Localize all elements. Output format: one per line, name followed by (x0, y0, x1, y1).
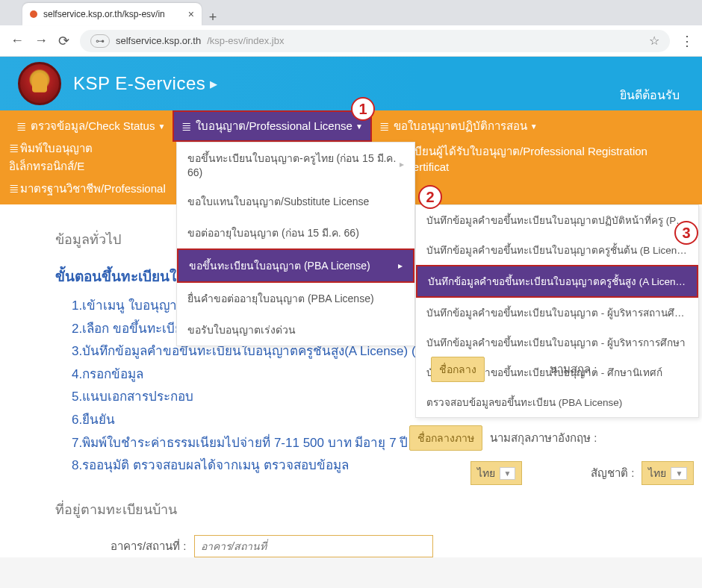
nav-registration-certificate[interactable]: ะเบียนผู้ได้รับใบอนุญาต/Professional Reg… (405, 143, 693, 173)
flyout-item[interactable]: บันทึกข้อมูลคำขอขึ้นทะเบียนใบอนุญาต - ผู… (416, 328, 698, 357)
menu-icon[interactable]: ⋮ (680, 33, 692, 49)
browser-tab-strip: selfservice.ksp.or.th/ksp-esv/in × + (0, 0, 702, 25)
caret-down-icon: ▼ (500, 467, 516, 480)
url-host: selfservice.ksp.or.th (116, 35, 201, 46)
list-icon (16, 119, 28, 134)
caret-down-icon: ▼ (530, 122, 538, 131)
flyout-item-a-license[interactable]: บันทึกข้อมูลคำขอขึ้นทะเบียนใบอนุญาตครูชั… (416, 265, 698, 298)
dropdown-item[interactable]: ขอขึ้นทะเบียนใบอนุญาต-ครูไทย (ก่อน 15 มี… (177, 143, 414, 186)
reload-icon[interactable]: ⟳ (58, 33, 69, 49)
chevron-right-icon: ▸ (398, 260, 403, 271)
back-icon[interactable]: ← (10, 33, 24, 49)
nav-print-elicense[interactable]: พิมพ์ใบอนุญาตอิเล็กทรอนิกส์/E (9, 140, 167, 175)
favicon (30, 10, 37, 18)
dropdown-item-pba-register[interactable]: ขอขึ้นทะเบียนใบอนุญาต (PBA License)▸ (177, 248, 414, 283)
flyout-item[interactable]: บันทึกข้อมูลคำขอขึ้นทะเบียนใบอนุญาตปฏิบั… (416, 205, 698, 235)
bookmark-icon[interactable]: ☆ (649, 34, 659, 48)
address-bar[interactable]: ⊶ selfservice.ksp.or.th/ksp-esv/index.jb… (80, 30, 670, 52)
caret-down-icon: ▼ (355, 122, 363, 131)
nationality-label: สัญชาติ : (529, 464, 634, 482)
forward-icon[interactable]: → (34, 33, 48, 49)
browser-tab[interactable]: selfservice.ksp.or.th/ksp-esv/in × (22, 3, 202, 25)
section-address: ที่อยู่ตามทะเบียนบ้าน (55, 498, 681, 520)
dropdown-item[interactable]: ยื่นคำขอต่ออายุใบอนุญาต (PBA License) (177, 283, 414, 314)
close-icon[interactable]: × (188, 8, 194, 20)
nav-professional-license[interactable]: ใบอนุญาต/Professional License▼ (173, 110, 372, 142)
welcome-text: ยินดีต้อนรับ (620, 86, 680, 104)
surname-en-label: นามสกุลภาษาอังกฤษ : (490, 429, 597, 447)
ksp-logo (18, 62, 61, 105)
flyout-item[interactable]: บันทึกข้อมูลคำขอขึ้นทะเบียนใบอนุญาต - ผู… (416, 298, 698, 328)
dropdown-item[interactable]: ขอรับใบอนุญาตเร่งด่วน (177, 314, 414, 345)
caret-down-icon: ▼ (158, 122, 165, 131)
surname-label: นามสกุล : (492, 360, 597, 378)
building-label: อาคาร/สถานที่ : (111, 537, 187, 555)
dropdown-item[interactable]: ขอใบแทนใบอนุญาต/Substitute License (177, 186, 414, 217)
nav-professional-standards[interactable]: มาตรฐานวิชาชีพ/Professional (9, 180, 166, 198)
tab-title: selfservice.ksp.or.th/ksp-esv/in (43, 9, 165, 19)
browser-toolbar: ← → ⟳ ⊶ selfservice.ksp.or.th/ksp-esv/in… (0, 25, 702, 57)
list-icon (9, 182, 20, 195)
license-dropdown: ขอขึ้นทะเบียนใบอนุญาต-ครูไทย (ก่อน 15 มี… (176, 142, 415, 346)
flyout-item[interactable]: บันทึกข้อมูลคำขอขึ้นทะเบียนใบอนุญาตครูชั… (416, 235, 698, 265)
right-form-column: ชื่อกลาง นามสกุล : ชื่อกลางภาษ นามสกุลภา… (409, 357, 694, 495)
nav-teaching-permit[interactable]: ขอใบอนุญาตปฏิบัติการสอน▼ (372, 110, 545, 142)
nationality-select[interactable]: ไทย▼ (642, 461, 694, 485)
chevron-right-icon: ▸ (400, 159, 404, 169)
nav-check-status[interactable]: ตรวจข้อมูล/Check Status▼ (9, 110, 173, 142)
list-icon (9, 142, 20, 154)
caret-down-icon: ▼ (671, 467, 687, 480)
main-navigation: ตรวจข้อมูล/Check Status▼ ใบอนุญาต/Profes… (0, 110, 702, 204)
dropdown-item[interactable]: ขอต่ออายุใบอนุญาต (ก่อน 15 มี.ค. 66) (177, 217, 414, 248)
form-row-building: อาคาร/สถานที่ : (111, 535, 681, 557)
new-tab-button[interactable]: + (202, 10, 224, 25)
building-input[interactable] (194, 535, 433, 557)
middle-name-button[interactable]: ชื่อกลาง (431, 357, 485, 382)
country-select-left[interactable]: ไทย▼ (470, 461, 523, 485)
annotation-badge-2: 2 (418, 185, 442, 209)
chevron-right-icon: ▸ (210, 75, 217, 93)
list-icon (181, 119, 193, 134)
brand-title: KSP E-Services (73, 73, 205, 94)
list-icon (379, 119, 391, 134)
url-path: /ksp-esv/index.jbx (207, 35, 284, 46)
annotation-badge-3: 3 (674, 221, 698, 245)
annotation-badge-1: 1 (351, 97, 375, 121)
middle-name-lang-button[interactable]: ชื่อกลางภาษ (409, 425, 482, 451)
site-security-icon[interactable]: ⊶ (90, 34, 110, 48)
header-banner: KSP E-Services ▸ ยินดีต้อนรับ (0, 57, 702, 110)
